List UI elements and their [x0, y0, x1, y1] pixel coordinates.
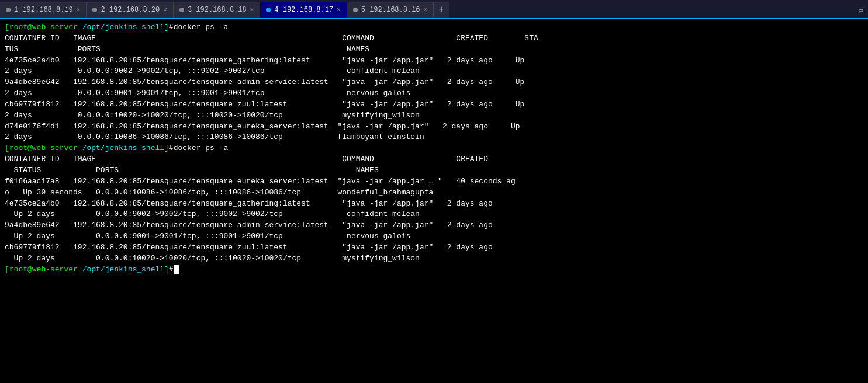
terminal-line-9: d74e0176f4d1 192.168.8.20:85/tensquare/t…	[5, 121, 863, 133]
prompt-user: [root@web-server	[5, 144, 78, 152]
tab-2[interactable]: 2 192.168.8.20×	[87, 2, 173, 18]
tab-dot-2	[92, 8, 97, 12]
tab-5[interactable]: 5 192.168.8.16×	[347, 2, 434, 18]
terminal-area: [root@web-server /opt/jenkins_shell]#doc…	[0, 19, 868, 383]
terminal-cursor	[174, 265, 179, 274]
tab-4[interactable]: 4 192.168.8.17×	[260, 2, 347, 18]
prompt-command: #docker ps -a	[169, 23, 228, 32]
terminal-line-22: [root@web-server /opt/jenkins_shell]#	[5, 264, 863, 276]
terminal-line-20: cb69779f1812 192.168.8.20:85/tensquare/t…	[5, 242, 863, 253]
terminal-line-7: cb69779f1812 192.168.8.20:85/tensquare/t…	[5, 99, 863, 110]
resize-button[interactable]: ⇄	[854, 2, 868, 18]
tab-close-5[interactable]: ×	[424, 6, 428, 13]
tab-dot-4	[266, 8, 271, 12]
terminal-line-2: TUS PORTS NAMES	[5, 44, 863, 55]
terminal-line-18: 9a4dbe89e642 192.168.8.20:85/tensquare/t…	[5, 220, 863, 231]
terminal-line-0: [root@web-server /opt/jenkins_shell]#doc…	[5, 22, 863, 33]
tab-close-2[interactable]: ×	[163, 6, 167, 13]
prompt-hash: #	[169, 265, 174, 274]
terminal-line-4: 2 days 0.0.0.0:9002->9002/tcp, :::9002->…	[5, 66, 863, 77]
terminal-line-10: 2 days 0.0.0.0:10086->10086/tcp, :::1008…	[5, 132, 863, 143]
tab-3[interactable]: 3 192.168.8.18×	[174, 2, 260, 18]
tab-bar: 1 192.168.8.19×2 192.168.8.20×3 192.168.…	[0, 0, 868, 19]
terminal-line-11: [root@web-server /opt/jenkins_shell]#doc…	[5, 143, 863, 154]
terminal-line-19: Up 2 days 0.0.0.0:9001->9001/tcp, :::900…	[5, 231, 863, 242]
prompt-user-cursor: [root@web-server	[5, 265, 78, 274]
terminal-line-1: CONTAINER ID IMAGE COMMAND CREATED STA	[5, 33, 863, 44]
tab-add-button[interactable]: +	[434, 2, 449, 18]
prompt-path: /opt/jenkins_shell]	[78, 144, 169, 152]
terminal-line-15: o Up 39 seconds 0.0.0.0:10086->10086/tcp…	[5, 187, 863, 199]
terminal-line-14: f0166aac17a8 192.168.8.20:85/tensquare/t…	[5, 176, 863, 187]
tab-close-4[interactable]: ×	[337, 6, 341, 13]
tab-label-1: 1 192.168.8.19	[14, 6, 73, 14]
terminal-line-13: STATUS PORTS NAMES	[5, 165, 863, 176]
terminal-line-16: 4e735ce2a4b0 192.168.8.20:85/tensquare/t…	[5, 199, 863, 210]
terminal-line-17: Up 2 days 0.0.0.0:9002->9002/tcp, :::900…	[5, 209, 863, 220]
tab-label-2: 2 192.168.8.20	[101, 6, 160, 14]
tab-dot-5	[353, 8, 358, 12]
terminal-line-21: Up 2 days 0.0.0.0:10020->10020/tcp, :::1…	[5, 253, 863, 264]
tab-label-5: 5 192.168.8.16	[361, 6, 420, 14]
tab-label-3: 3 192.168.8.18	[188, 6, 247, 14]
terminal-line-5: 9a4dbe89e642 192.168.8.20:85/tensquare/t…	[5, 77, 863, 88]
tab-1[interactable]: 1 192.168.8.19×	[0, 2, 87, 18]
tab-close-1[interactable]: ×	[77, 6, 81, 13]
terminal-line-8: 2 days 0.0.0.0:10020->10020/tcp, :::1002…	[5, 110, 863, 121]
prompt-command: #docker ps -a	[169, 144, 228, 152]
tab-dot-3	[179, 8, 184, 12]
prompt-user: [root@web-server	[5, 23, 78, 32]
prompt-path: /opt/jenkins_shell]	[78, 23, 169, 32]
tab-close-3[interactable]: ×	[250, 6, 254, 13]
tab-label-4: 4 192.168.8.17	[274, 6, 333, 14]
terminal-line-6: 2 days 0.0.0.0:9001->9001/tcp, :::9001->…	[5, 88, 863, 99]
terminal-line-12: CONTAINER ID IMAGE COMMAND CREATED	[5, 154, 863, 165]
tab-dot-1	[6, 8, 11, 12]
prompt-path-cursor: /opt/jenkins_shell]	[78, 265, 169, 274]
terminal-line-3: 4e735ce2a4b0 192.168.8.20:85/tensquare/t…	[5, 55, 863, 67]
